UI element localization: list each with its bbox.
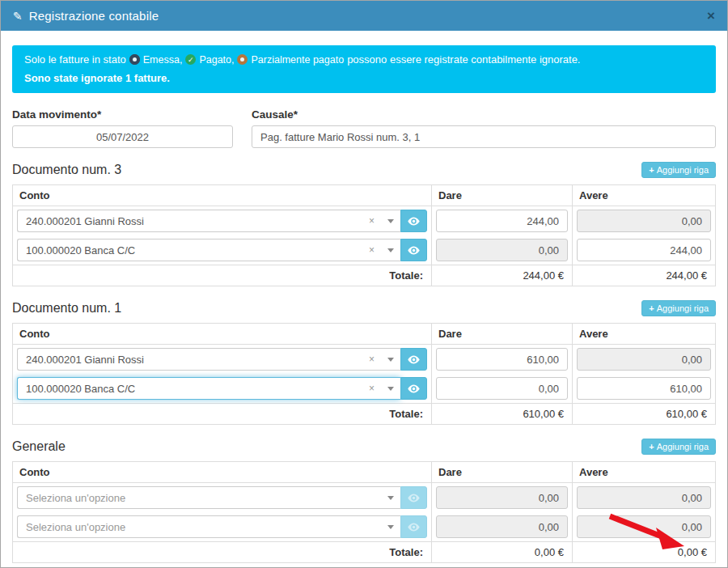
section-generale-title: Generale [12, 439, 66, 454]
add-row-label: Aggiungi riga [657, 165, 709, 175]
add-row-label: Aggiungi riga [657, 303, 709, 313]
col-header-conto: Conto [13, 462, 432, 483]
modal-body: Solo le fatture in stato Emessa, ✓ Pagat… [1, 31, 727, 568]
banner-prefix: Solo le fatture in stato [24, 53, 126, 66]
dare-input[interactable] [436, 377, 568, 400]
chevron-down-icon [387, 219, 394, 223]
add-row-label: Aggiungi riga [657, 442, 709, 451]
chevron-down-icon [387, 358, 394, 362]
total-label: Totale: [13, 265, 432, 286]
status-emessa: Emessa, [129, 54, 183, 66]
table-generale: Conto Dare Avere Seleziona un'opzione [12, 461, 716, 563]
total-dare: 0,00 € [432, 542, 573, 563]
conto-select-value: 100.000020 Banca C/C [26, 244, 369, 256]
table-row: 240.000201 Gianni Rossi × [13, 206, 716, 236]
table-row: 100.000020 Banca C/C × [13, 235, 716, 265]
table-row: 100.000020 Banca C/C × [13, 374, 716, 404]
chevron-down-icon [387, 387, 394, 391]
avere-input [577, 348, 711, 371]
dare-input[interactable] [436, 210, 568, 232]
plus-icon: + [649, 165, 654, 175]
eye-icon [408, 246, 420, 255]
col-header-avere: Avere [573, 324, 716, 345]
conto-select[interactable]: 100.000020 Banca C/C × [17, 239, 400, 261]
chevron-down-icon [387, 496, 394, 500]
view-account-button[interactable] [400, 377, 427, 400]
eye-icon [408, 217, 420, 226]
dare-input[interactable] [436, 348, 568, 371]
dare-input [436, 486, 568, 509]
view-account-button[interactable] [400, 210, 427, 232]
chevron-down-icon [387, 248, 394, 252]
section-doc1-header: Documento num. 1 +Aggiungi riga [12, 300, 716, 316]
banner-line-1: Solo le fatture in stato Emessa, ✓ Pagat… [24, 53, 704, 66]
avere-input [577, 486, 711, 509]
avere-input[interactable] [577, 239, 711, 261]
avere-input [577, 210, 711, 232]
status-pagato-label: Pagato, [199, 54, 234, 66]
total-avere: 610,00 € [573, 404, 716, 425]
total-avere: 0,00 € [573, 542, 716, 563]
conto-select[interactable]: 240.000201 Gianni Rossi × [17, 210, 400, 232]
total-row: Totale: 610,00 € 610,00 € [13, 404, 716, 425]
eye-icon [408, 355, 420, 364]
conto-select-empty[interactable]: Seleziona un'opzione [17, 486, 400, 509]
banner-line-2: Sono state ignorate 1 fatture. [24, 72, 704, 84]
conto-select[interactable]: 240.000201 Gianni Rossi × [17, 348, 400, 371]
causale-label: Causale* [252, 108, 716, 121]
table-doc3: Conto Dare Avere 240.000201 Gianni Rossi… [12, 184, 716, 286]
clear-icon[interactable]: × [369, 354, 375, 365]
check-circle-icon: ✓ [185, 54, 196, 65]
conto-select-empty[interactable]: Seleziona un'opzione [17, 515, 400, 538]
view-account-button[interactable] [400, 348, 427, 371]
status-parzialmente-label: Parzialmente pagato [251, 54, 344, 66]
causale-field-group: Causale* [252, 108, 716, 148]
eye-icon [408, 523, 420, 532]
data-movimento-input[interactable] [12, 125, 233, 148]
eye-icon [408, 384, 420, 393]
modal-header: ✎ Registrazione contabile × [1, 1, 727, 31]
col-header-dare: Dare [432, 462, 573, 483]
section-doc3-title: Documento num. 3 [12, 163, 121, 177]
status-emessa-label: Emessa, [143, 54, 183, 66]
avere-input [577, 515, 711, 538]
col-header-conto: Conto [13, 324, 432, 345]
col-header-avere: Avere [573, 185, 716, 206]
close-icon[interactable]: × [707, 9, 715, 23]
clear-icon[interactable]: × [369, 215, 375, 227]
add-row-button-generale[interactable]: +Aggiungi riga [641, 439, 716, 455]
section-doc3-header: Documento num. 3 +Aggiungi riga [12, 162, 716, 178]
causale-input[interactable] [252, 125, 716, 148]
add-row-button-doc1[interactable]: +Aggiungi riga [641, 300, 716, 316]
view-account-button-disabled [400, 486, 427, 509]
dare-input [436, 515, 568, 538]
conto-select-value: 240.000201 Gianni Rossi [26, 215, 369, 227]
conto-select-placeholder: Seleziona un'opzione [26, 492, 386, 504]
total-dare: 610,00 € [432, 404, 573, 425]
data-movimento-field-group: Data movimento* [12, 108, 233, 148]
total-label: Totale: [13, 542, 432, 563]
pencil-icon: ✎ [13, 10, 23, 23]
clear-icon[interactable]: × [369, 244, 375, 256]
clear-icon[interactable]: × [369, 383, 375, 394]
total-dare: 244,00 € [432, 265, 573, 286]
plus-icon: + [649, 303, 654, 313]
col-header-avere: Avere [573, 462, 716, 483]
status-parzialmente-pagato: Parzialmente pagato [237, 54, 344, 66]
section-doc1-title: Documento num. 1 [12, 301, 121, 316]
dare-input [436, 239, 568, 261]
chevron-down-icon [387, 525, 394, 529]
form-row: Data movimento* Causale* [12, 108, 716, 148]
total-avere: 244,00 € [573, 265, 716, 286]
add-row-button-doc3[interactable]: +Aggiungi riga [641, 162, 716, 178]
avere-input[interactable] [577, 377, 711, 400]
emessa-status-icon [129, 54, 140, 65]
info-banner: Solo le fatture in stato Emessa, ✓ Pagat… [12, 45, 716, 93]
view-account-button-disabled [400, 515, 427, 538]
view-account-button[interactable] [400, 239, 427, 261]
status-pagato: ✓ Pagato, [185, 54, 234, 66]
banner-suffix: possono essere registrate contabilmente … [347, 53, 580, 66]
plus-icon: + [649, 442, 654, 451]
col-header-dare: Dare [432, 324, 573, 345]
conto-select-focused[interactable]: 100.000020 Banca C/C × [17, 377, 400, 400]
